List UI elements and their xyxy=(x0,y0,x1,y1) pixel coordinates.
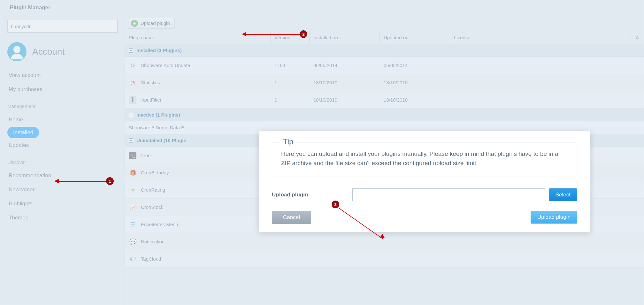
row-name: InputFilter xyxy=(140,97,162,103)
tip-fieldset: Tip Here you can upload and install your… xyxy=(272,142,577,177)
sidebar: Account View account My purchases Manage… xyxy=(0,15,125,305)
th-updated[interactable]: Updated on xyxy=(380,31,450,44)
nav-view-account[interactable]: View account xyxy=(7,68,118,82)
nav-my-purchases[interactable]: My purchases xyxy=(7,82,118,96)
plus-icon: + xyxy=(131,20,138,27)
upload-submit-button[interactable]: Upload plugin xyxy=(531,211,577,224)
row-version: 1 xyxy=(271,80,310,85)
avatar-icon xyxy=(7,42,27,61)
pie-icon: ◔ xyxy=(129,79,137,87)
nav-recommendation[interactable]: Recommendation xyxy=(7,169,118,183)
group-installed[interactable]: Installed (3 Plugins) xyxy=(125,44,644,57)
row-updated: 06/05/2014 xyxy=(380,63,450,68)
nav-section-discover: Discover xyxy=(7,159,118,165)
comment-icon: 💬 xyxy=(129,238,137,246)
row-name: Shopware 5 Demo Data E xyxy=(129,125,184,130)
annotation-marker-2: 2 xyxy=(300,30,307,38)
table-header: Plugin name Version Installed on Updated… xyxy=(125,31,644,44)
upload-file-input[interactable] xyxy=(352,188,545,201)
dialog-actions: Cancel Upload plugin xyxy=(272,211,577,224)
row-updated: 18/10/2010 xyxy=(380,97,450,103)
terminal-icon: >_ xyxy=(129,152,136,159)
annotation-marker-1: 1 xyxy=(106,177,114,185)
row-installed: 18/10/2010 xyxy=(310,97,380,103)
row-name: CronStock xyxy=(141,204,163,210)
th-actions: A xyxy=(631,31,644,44)
group-installed-title: Installed (3 Plugins) xyxy=(136,48,182,53)
cancel-button[interactable]: Cancel xyxy=(272,211,311,224)
nav-highlights[interactable]: Highlights xyxy=(7,197,118,211)
collapse-icon[interactable] xyxy=(129,138,133,143)
row-installed: 06/05/2014 xyxy=(310,63,380,68)
nav-section-management: Management xyxy=(7,103,118,109)
row-name: CronRating xyxy=(141,187,165,193)
group-inactive-title: Inactive (1 Plugins) xyxy=(136,112,180,118)
nav-updates[interactable]: Updates xyxy=(7,138,118,152)
nav-home[interactable]: Home xyxy=(7,113,118,127)
upload-dialog: Tip Here you can upload and install your… xyxy=(259,131,590,232)
table-row[interactable]: ⟳Shopware Auto Update 1.0.0 06/05/2014 0… xyxy=(125,57,644,74)
nav-newcomer[interactable]: Newcomer xyxy=(7,183,118,197)
row-name: Shopware Auto Update xyxy=(141,63,190,68)
row-name: Erweitertes Menü xyxy=(141,222,178,227)
account-section: Account xyxy=(7,42,118,61)
menu-icon: ☰ xyxy=(129,220,137,229)
th-installed[interactable]: Installed on xyxy=(310,31,380,44)
row-name: TagCloud xyxy=(141,256,161,262)
collapse-icon[interactable] xyxy=(129,48,133,53)
th-license[interactable]: License xyxy=(450,31,631,44)
group-uninstalled-title: Uninstalled (10 Plugin xyxy=(136,138,187,143)
row-version: 1.0.0 xyxy=(271,63,310,68)
nav-themes[interactable]: Themes xyxy=(7,211,118,225)
row-updated: 18/10/2010 xyxy=(380,80,450,85)
table-row[interactable]: 🏷TagCloud xyxy=(125,250,644,268)
upload-label: Upload plugin: xyxy=(272,192,349,198)
annotation-arrow-1 xyxy=(58,181,106,182)
th-plugin-name[interactable]: Plugin name xyxy=(125,31,271,44)
gift-icon: 🎁 xyxy=(129,169,137,177)
text-icon: I xyxy=(129,96,136,104)
group-inactive[interactable]: Inactive (1 Plugins) xyxy=(125,109,644,121)
toolbar: + Upload plugin xyxy=(125,15,644,31)
tag-icon: 🏷 xyxy=(129,255,137,263)
row-name: Notification xyxy=(141,239,165,244)
account-title: Account xyxy=(32,47,65,57)
annotation-arrow-2 xyxy=(246,34,300,35)
collapse-icon[interactable] xyxy=(129,113,133,117)
upload-plugin-button[interactable]: + Upload plugin xyxy=(128,18,175,29)
row-installed: 18/10/2010 xyxy=(310,80,380,85)
upload-plugin-label: Upload plugin xyxy=(141,20,170,26)
chart-icon: 📈 xyxy=(129,203,137,211)
row-version: 1 xyxy=(271,97,310,103)
upload-row: Upload plugin: Select xyxy=(272,188,577,201)
table-row[interactable]: IInputFilter 1 18/10/2010 18/10/2010 xyxy=(125,91,644,109)
search-input[interactable] xyxy=(7,20,118,33)
refresh-icon: ⟳ xyxy=(129,61,137,70)
tip-text: Here you can upload and install your plu… xyxy=(281,149,568,168)
star-icon: ★ xyxy=(129,186,137,194)
select-file-button[interactable]: Select xyxy=(549,188,577,201)
annotation-arrowhead-2 xyxy=(242,32,246,36)
row-name: Cron xyxy=(140,153,151,158)
window-title: Plugin Manager xyxy=(0,0,644,15)
table-row[interactable]: ◔Statistics 1 18/10/2010 18/10/2010 xyxy=(125,74,644,91)
nav-installed[interactable]: Installed xyxy=(7,127,39,138)
tip-legend: Tip xyxy=(280,137,296,146)
row-name: CronBirthday xyxy=(141,170,169,175)
annotation-arrowhead-1 xyxy=(54,179,59,183)
annotation-marker-3: 3 xyxy=(332,201,339,208)
row-name: Statistics xyxy=(141,80,160,85)
